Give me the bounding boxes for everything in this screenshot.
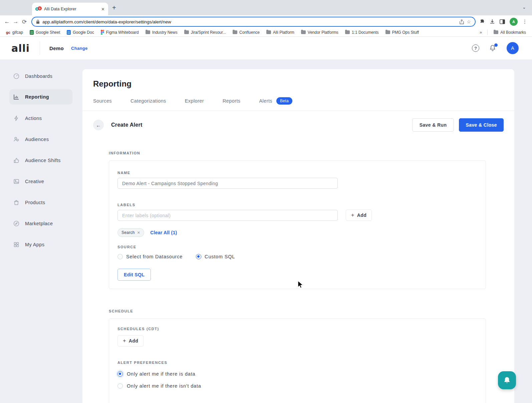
bookmark-gifcap[interactable]: gc gifcap — [3, 29, 26, 35]
extensions-icon[interactable] — [480, 19, 485, 24]
bag-icon — [13, 199, 19, 206]
main-content: Reporting Sources Categorizations Explor… — [82, 69, 514, 403]
bookmarks-bar: gc gifcap Google Sheet Google Doc Figma … — [0, 28, 532, 37]
folder-icon — [233, 30, 237, 34]
tab-explorer[interactable]: Explorer — [185, 98, 204, 104]
side-panel-icon[interactable] — [500, 19, 505, 24]
forward-icon[interactable]: → — [11, 18, 20, 25]
save-and-run-button[interactable]: Save & Run — [412, 118, 454, 132]
labels-input[interactable] — [117, 210, 338, 221]
radio-custom-sql[interactable]: Custom SQL — [196, 254, 235, 259]
sidebar-item-creative[interactable]: Creative — [0, 171, 72, 192]
help-icon[interactable]: ? — [472, 44, 479, 52]
favicon-badge: 5 — [38, 6, 42, 10]
google-sheet-icon — [30, 30, 34, 35]
browser-tab-strip: 5 Alli Data Explorer ✕ + ⌄ — [0, 0, 532, 15]
sidebar-item-audience-shifts[interactable]: Audience Shifts — [0, 150, 72, 171]
apps-icon — [13, 242, 19, 248]
tab-sources[interactable]: Sources — [93, 98, 112, 104]
sidebar-item-audiences[interactable]: Audiences — [0, 129, 72, 150]
browser-profile-avatar[interactable]: A — [510, 18, 518, 26]
bookmark-alli-platform[interactable]: Alli Platform — [264, 29, 297, 35]
information-section-label: INFORMATION — [109, 151, 514, 155]
clear-all-link[interactable]: Clear All (1) — [150, 230, 177, 235]
bookmarks-overflow-icon[interactable]: » — [478, 30, 484, 35]
back-icon[interactable]: ← — [3, 18, 11, 25]
sidebar-item-dashboards[interactable]: Dashboards — [0, 65, 72, 87]
new-tab-icon[interactable]: + — [112, 4, 116, 11]
chat-widget-button[interactable] — [498, 371, 516, 389]
bookmark-vendor-platforms[interactable]: Vendor Platforms — [298, 29, 341, 35]
schedules-cdt-label: SCHEDULES (CDT) — [117, 327, 477, 331]
back-button[interactable]: ← — [93, 120, 104, 130]
url-bar[interactable]: app.alliplatform.com/client/demo/data-ex… — [31, 17, 476, 27]
tab-title: Alli Data Explorer — [44, 7, 98, 11]
bookmark-google-doc[interactable]: Google Doc — [64, 29, 96, 35]
information-panel: NAME LABELS + Add Search ✕ Clear All (1)… — [109, 160, 486, 289]
name-input[interactable] — [117, 178, 338, 189]
radio-checked-icon — [196, 254, 201, 259]
schedule-panel: SCHEDULES (CDT) + Add ALERT PREFERENCES … — [109, 318, 486, 403]
save-and-close-button[interactable]: Save & Close — [459, 118, 504, 132]
bookmark-jira-sprint[interactable]: Jira/Sprint Resour... — [182, 29, 229, 35]
folder-icon — [494, 30, 498, 34]
folder-icon — [184, 30, 189, 34]
gifcap-icon: gc — [6, 30, 10, 34]
bookmark-google-sheet[interactable]: Google Sheet — [27, 29, 63, 35]
google-doc-icon — [67, 30, 71, 35]
user-avatar[interactable]: A — [507, 42, 519, 54]
bookmark-industry-news[interactable]: Industry News — [143, 29, 180, 35]
create-alert-title: Create Alert — [111, 122, 143, 128]
radio-icon — [117, 383, 123, 389]
radio-alert-if-no-data[interactable]: Only alert me if there isn't data — [117, 383, 477, 389]
tab-search-chevron-icon[interactable]: ⌄ — [522, 5, 526, 10]
folder-icon — [266, 30, 271, 34]
gauge-icon — [13, 73, 19, 79]
add-label-button[interactable]: + Add — [346, 210, 372, 221]
add-schedule-button[interactable]: + Add — [117, 335, 144, 347]
chip-remove-icon[interactable]: ✕ — [137, 231, 141, 235]
folder-icon — [301, 30, 306, 34]
downloads-icon[interactable] — [490, 19, 495, 24]
reload-icon[interactable]: ⟳ — [20, 18, 29, 25]
reporting-tabs: Sources Categorizations Explorer Reports… — [82, 89, 514, 111]
schedule-section-label: SCHEDULE — [109, 309, 514, 313]
share-icon[interactable] — [460, 19, 464, 24]
radio-alert-if-data[interactable]: Only alert me if there is data — [117, 371, 477, 377]
bookmark-confluence[interactable]: Confluence — [230, 29, 262, 35]
label-chip-search[interactable]: Search ✕ — [117, 228, 144, 237]
folder-icon — [146, 30, 150, 34]
tab-categorizations[interactable]: Categorizations — [130, 98, 166, 104]
change-client-link[interactable]: Change — [71, 46, 87, 51]
bookmark-pmg-ops-stuff[interactable]: PMG Ops Stuff — [383, 29, 422, 35]
labels-label: LABELS — [117, 203, 477, 207]
image-icon — [13, 178, 19, 184]
thumbs-up-icon — [13, 157, 19, 163]
lightning-icon — [13, 115, 19, 121]
sidebar-item-reporting[interactable]: Reporting — [9, 89, 72, 105]
radio-select-from-datasource[interactable]: Select from Datasource — [117, 254, 183, 259]
bookmark-figma[interactable]: Figma Whiteboard — [98, 29, 142, 35]
edit-sql-button[interactable]: Edit SQL — [117, 269, 151, 281]
source-label: SOURCE — [117, 245, 477, 249]
sidebar-item-marketplace[interactable]: Marketplace — [0, 213, 72, 234]
sidebar-item-actions[interactable]: Actions — [0, 108, 72, 129]
browser-tab[interactable]: 5 Alli Data Explorer ✕ — [32, 3, 108, 15]
bookmark-star-icon[interactable]: ☆ — [467, 19, 471, 24]
plus-icon: + — [123, 338, 126, 344]
sidebar-item-products[interactable]: Products — [0, 192, 72, 213]
notification-dot — [494, 43, 498, 47]
tab-close-icon[interactable]: ✕ — [101, 7, 105, 12]
sidebar-item-my-apps[interactable]: My Apps — [0, 234, 72, 255]
people-icon — [13, 136, 19, 142]
app-header: alli Demo Change ? A — [0, 37, 532, 59]
tab-reports[interactable]: Reports — [223, 98, 241, 104]
alert-preferences-label: ALERT PREFERENCES — [117, 361, 477, 365]
notifications-bell-icon[interactable] — [489, 44, 497, 52]
bookmark-1-1-documents[interactable]: 1:1 Documents — [342, 29, 381, 35]
browser-menu-icon[interactable]: ⋮ — [522, 19, 527, 25]
all-bookmarks[interactable]: All Bookmarks — [491, 29, 529, 35]
sidebar: Dashboards Reporting Actions Audiences A… — [0, 59, 82, 255]
folder-icon — [345, 30, 350, 34]
tab-alerts[interactable]: Alerts Beta — [259, 97, 292, 105]
